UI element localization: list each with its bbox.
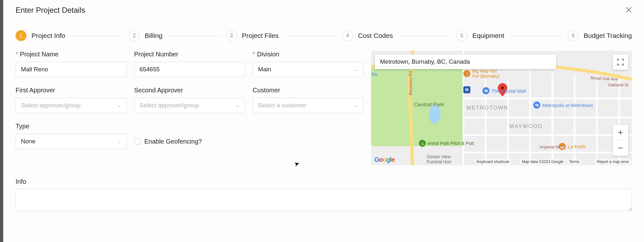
info-textarea[interactable] xyxy=(16,189,632,211)
step-label: Cost Codes xyxy=(358,32,393,39)
step-connector xyxy=(398,36,451,36)
project-details-modal: Enter Project Details 1Project Info2Bill… xyxy=(3,0,644,242)
map-poi: Ocean View Funeral Hon xyxy=(427,154,451,164)
map-poi: 🍴 Big Way Hot Pot (Burnaby) xyxy=(463,68,500,79)
map-poi: 🛍 Metropolis at Metrotown xyxy=(533,102,593,109)
step-number-badge: 2 xyxy=(129,30,140,41)
map-poi: ☕ La Forêt xyxy=(559,143,585,150)
shopping-icon: 🛍 xyxy=(533,102,540,109)
map-road-label: Sa xyxy=(371,71,377,77)
map-neighborhood-label: METROTOWN xyxy=(467,105,508,111)
first-approver-select[interactable]: Select approver/group ⌄ xyxy=(16,98,127,113)
geofencing-checkbox[interactable] xyxy=(134,138,141,145)
step-project-info[interactable]: 1Project Info xyxy=(16,30,65,41)
step-label: Budget Tracking xyxy=(584,32,632,39)
map-data-attr: Map data ©2023 Google xyxy=(520,159,565,164)
chevron-down-icon: ⌄ xyxy=(235,103,240,108)
restaurant-icon: 🍴 xyxy=(463,70,470,77)
map-zoom-controls: + − xyxy=(613,125,628,156)
golf-icon: ⛳ xyxy=(419,140,426,147)
zoom-in-button[interactable]: + xyxy=(613,125,628,140)
step-billing[interactable]: 2Billing xyxy=(129,30,163,41)
metro-icon: M xyxy=(463,86,470,93)
close-button[interactable] xyxy=(626,6,632,14)
step-number-badge: 3 xyxy=(226,30,237,41)
step-equipment[interactable]: 5Equipment xyxy=(456,30,504,41)
step-connector xyxy=(168,36,220,36)
chevron-down-icon: ⌄ xyxy=(354,103,359,108)
map-park-label: Central Park xyxy=(414,102,444,108)
first-approver-label: First Approver xyxy=(16,87,127,94)
step-number-badge: 5 xyxy=(456,30,467,41)
division-select[interactable]: Main ⌄ xyxy=(253,62,364,77)
shopping-icon: 🛍 xyxy=(482,87,489,94)
step-budget-tracking[interactable]: 6Budget Tracking xyxy=(568,30,632,41)
map-poi: ⛳ entral Park Pitch & Putt xyxy=(419,140,474,147)
project-number-input[interactable] xyxy=(134,62,245,77)
chevron-down-icon: ⌄ xyxy=(354,67,359,72)
chevron-down-icon: ⌄ xyxy=(116,139,122,144)
type-select[interactable]: None ⌄ xyxy=(16,134,127,149)
restaurant-icon: ☕ xyxy=(559,143,566,150)
wizard-stepper: 1Project Info2Billing3Project Files4Cost… xyxy=(3,21,644,51)
map-neighborhood-label: MAYWOOD xyxy=(509,123,543,130)
zoom-out-button[interactable]: − xyxy=(613,140,628,156)
map-report-link[interactable]: Report a map error xyxy=(595,159,631,164)
division-label: *Division xyxy=(253,51,364,58)
map-road-label: Boundary Rd xyxy=(408,71,413,95)
step-label: Project Files xyxy=(242,32,279,39)
step-connector xyxy=(71,36,123,36)
project-name-label: *Project Name xyxy=(16,51,127,58)
google-logo: Google xyxy=(374,156,394,163)
step-label: Project Info xyxy=(31,32,65,39)
customer-label: Customer xyxy=(253,87,364,94)
map-shortcuts-link[interactable]: Keyboard shortcuts xyxy=(475,159,511,164)
step-cost-codes[interactable]: 4Cost Codes xyxy=(342,30,393,41)
map-road-label: Imperial St xyxy=(540,145,559,149)
customer-select[interactable]: Select a customer ⌄ xyxy=(253,98,364,113)
step-number-badge: 1 xyxy=(16,30,26,41)
map-terms-link[interactable]: Terms xyxy=(567,159,581,164)
project-name-input[interactable] xyxy=(16,62,127,77)
geofencing-label: Enable Geofencing? xyxy=(144,138,202,145)
map-search-input[interactable] xyxy=(375,54,556,69)
step-connector xyxy=(510,36,562,36)
project-number-label: Project Number xyxy=(134,51,245,58)
chevron-down-icon: ⌄ xyxy=(116,103,122,108)
map-poi: 🛍 The Crystal Mall xyxy=(482,87,526,94)
fullscreen-icon xyxy=(617,59,624,66)
location-map[interactable]: + − METROTOWN MAYWOOD Central Park 🛍 The… xyxy=(371,51,632,165)
modal-title: Enter Project Details xyxy=(16,6,85,15)
step-label: Billing xyxy=(145,32,163,39)
info-label: Info xyxy=(16,178,632,185)
second-approver-select[interactable]: Select approver/group ⌄ xyxy=(134,98,245,113)
step-label: Equipment xyxy=(472,32,504,39)
map-fullscreen-button[interactable] xyxy=(613,54,628,70)
step-number-badge: 4 xyxy=(342,30,353,41)
step-project-files[interactable]: 3Project Files xyxy=(226,30,279,41)
map-road-label: Oakland St xyxy=(608,82,628,87)
map-transit-badge: M xyxy=(463,86,470,93)
step-connector xyxy=(284,36,336,36)
type-label: Type xyxy=(16,123,127,130)
second-approver-label: Second Approver xyxy=(134,87,245,94)
step-number-badge: 6 xyxy=(568,30,578,41)
close-icon xyxy=(626,7,632,13)
